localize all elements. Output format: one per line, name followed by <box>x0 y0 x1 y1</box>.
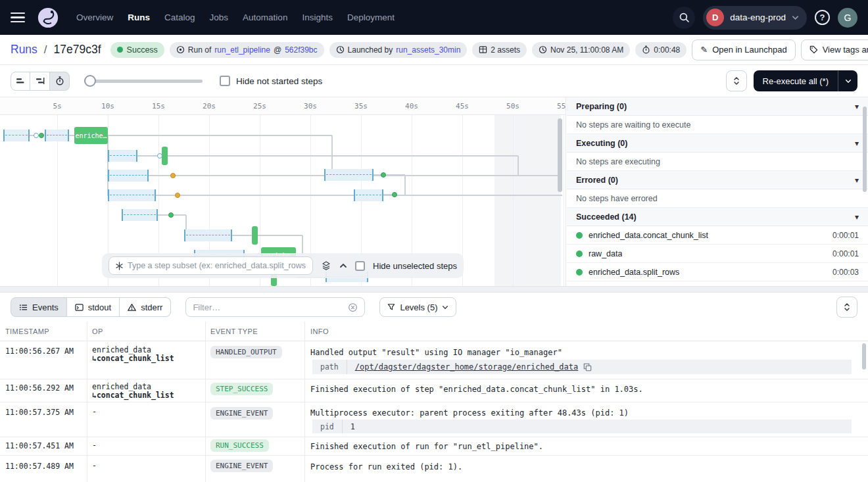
nav-runs[interactable]: Runs <box>128 12 150 22</box>
hide-not-started-checkbox[interactable] <box>220 76 230 86</box>
slider-knob[interactable] <box>84 75 96 87</box>
hide-unselected-checkbox[interactable] <box>355 261 365 271</box>
nav-overview[interactable]: Overview <box>76 12 113 22</box>
step-subset-input[interactable] <box>128 261 306 270</box>
layers-icon[interactable] <box>321 260 331 271</box>
tab-stderr[interactable]: stderr <box>120 297 171 317</box>
log-op: - <box>92 408 97 416</box>
horizontal-splitter[interactable] <box>0 286 868 293</box>
log-row[interactable]: 11:00:57.375 AM - ENGINE_EVENT Multiproc… <box>0 402 868 437</box>
view-waterfall-icon[interactable] <box>30 72 50 91</box>
nav-deployment[interactable]: Deployment <box>347 12 395 22</box>
open-in-launchpad-button[interactable]: ✎ Open in Launchpad <box>692 39 795 60</box>
section-executing[interactable]: Executing (0) ▾ <box>567 134 868 153</box>
user-avatar[interactable]: G <box>838 8 857 28</box>
log-row[interactable]: 11:00:57.451 AM - RUN_SUCCESS Finished e… <box>0 437 868 456</box>
log-row[interactable]: 11:00:57.489 AM - ENGINE_EVENT Process f… <box>0 456 868 482</box>
slider-track[interactable] <box>84 80 203 83</box>
step-status-panel: Preparing (0) ▾ No steps are waiting to … <box>567 97 868 286</box>
workspace-switcher[interactable]: D data-eng-prod <box>703 6 807 30</box>
section-errored[interactable]: Errored (0) ▾ <box>567 171 868 189</box>
metadata-key: pid <box>312 420 343 433</box>
gantt-axis-tick: 20s <box>196 102 222 110</box>
gantt-vertical-scrollbar[interactable] <box>558 118 562 192</box>
gantt-step-success-bar[interactable] <box>162 147 168 165</box>
chevron-down-icon: ▾ <box>855 102 859 111</box>
levels-dropdown[interactable]: Levels (5) <box>379 297 456 317</box>
log-row[interactable]: 11:00:56.267 AM enriched_data↳concat_chu… <box>0 341 868 379</box>
tag-assets[interactable]: 2 assets <box>472 42 527 58</box>
reexecute-all-button[interactable]: Re-execute all (*) <box>754 70 857 91</box>
gantt-step-pending-bar[interactable] <box>324 169 374 181</box>
hamburger-menu-icon[interactable] <box>11 12 25 22</box>
event-log-table: TIMESTAMP OP EVENT TYPE INFO 11:00:56.26… <box>0 322 868 482</box>
copy-icon[interactable] <box>583 363 592 372</box>
gantt-green-dot <box>168 212 174 218</box>
tag-text: Run of <box>188 45 211 55</box>
tag-text: 2 assets <box>491 45 520 55</box>
step-row[interactable]: raw_data 0:00:01 <box>567 245 868 263</box>
view-timed-icon[interactable] <box>50 72 70 91</box>
gantt-step-pending-bar[interactable] <box>45 130 69 141</box>
nav-insights[interactable]: Insights <box>302 12 333 22</box>
success-dot-icon <box>117 47 123 53</box>
log-scrollbar[interactable] <box>862 343 866 370</box>
gantt-step-pending-bar[interactable] <box>108 189 156 201</box>
pending-midline <box>5 135 28 135</box>
gantt-connector <box>107 135 108 196</box>
reexecute-dropdown[interactable] <box>838 70 857 91</box>
assets-grid-icon <box>479 45 487 54</box>
tab-label: stderr <box>141 302 162 312</box>
view-flat-icon[interactable] <box>11 72 30 91</box>
gantt-connector <box>302 235 303 254</box>
pending-midline <box>186 235 230 235</box>
pending-midline <box>124 214 156 215</box>
list-icon <box>19 303 28 312</box>
nav-catalog[interactable]: Catalog <box>164 12 195 22</box>
nav-automation[interactable]: Automation <box>243 12 287 22</box>
run-icon <box>176 45 185 54</box>
step-row[interactable]: enriched_data.concat_chunk_list 0:00:01 <box>567 226 868 245</box>
step-subset-inputbox[interactable] <box>108 256 313 275</box>
gantt-step-success-bar[interactable] <box>252 226 258 245</box>
gantt-step-pending-bar[interactable] <box>122 209 158 221</box>
view-tags-config-button[interactable]: View tags and config <box>801 39 868 60</box>
nav-jobs[interactable]: Jobs <box>210 12 229 22</box>
gantt-step-pending-bar[interactable] <box>184 229 232 241</box>
panel-scrollbar[interactable] <box>863 107 867 192</box>
log-reorder-button[interactable] <box>836 297 857 318</box>
reorder-panel-button[interactable] <box>726 70 747 91</box>
tab-events[interactable]: Events <box>11 297 67 317</box>
gantt-step-success-bar[interactable]: enriche… <box>74 127 108 144</box>
log-row[interactable]: 11:00:56.292 AM enriched_data↳concat_chu… <box>0 379 868 402</box>
help-icon[interactable]: ? <box>815 10 830 25</box>
section-preparing[interactable]: Preparing (0) ▾ <box>567 97 868 116</box>
gantt-connector <box>174 214 186 216</box>
tab-stdout[interactable]: stdout <box>67 297 120 317</box>
commit-link[interactable]: 562f39bc <box>285 45 317 55</box>
gantt-step-pending-bar[interactable] <box>108 170 149 181</box>
dagster-logo[interactable] <box>37 7 59 29</box>
schedule-link[interactable]: run_assets_30min <box>396 45 460 55</box>
gantt-connector <box>257 235 302 236</box>
pipeline-link[interactable]: run_etl_pipeline <box>214 45 270 55</box>
clear-filter-icon[interactable] <box>348 302 358 312</box>
breadcrumb-runs-link[interactable]: Runs <box>11 43 37 57</box>
log-filter-box[interactable] <box>185 297 365 317</box>
checkbox-label[interactable]: Hide unselected steps <box>373 261 457 271</box>
section-succeeded[interactable]: Succeeded (14) ▾ <box>567 208 868 226</box>
storage-path-link[interactable]: /opt/dagster/dagster_home/storage/enrich… <box>347 362 581 372</box>
search-icon[interactable] <box>673 7 695 29</box>
gantt-connector <box>374 174 405 176</box>
checkbox-label[interactable]: Hide not started steps <box>236 76 322 86</box>
tab-label: Events <box>32 302 59 312</box>
col-op: OP <box>92 327 103 335</box>
step-row[interactable]: enriched_data.process_chunk [0] 0:00:04 <box>567 281 868 286</box>
step-row[interactable]: enriched_data.split_rows 0:00:03 <box>567 263 868 281</box>
gantt-step-pending-bar[interactable] <box>354 189 383 201</box>
gantt-step-pending-bar[interactable] <box>108 150 137 162</box>
chevron-up-icon[interactable] <box>339 263 347 268</box>
log-filter-input[interactable] <box>193 302 343 312</box>
gantt-zoom-slider[interactable] <box>84 75 203 87</box>
gantt-step-pending-bar[interactable] <box>3 130 30 141</box>
